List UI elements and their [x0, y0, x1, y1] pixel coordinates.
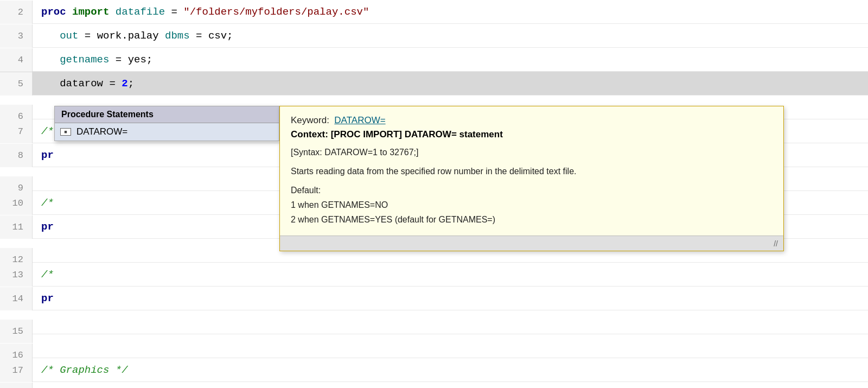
help-keyword-line: Keyword: DATAROW= [291, 115, 773, 126]
line-number: 8 [0, 144, 33, 167]
help-popup: Keyword: DATAROW= Context: [PROC IMPORT]… [279, 106, 784, 251]
line-content: /* Graphics */ [33, 358, 128, 381]
help-keyword-link[interactable]: DATAROW= [334, 115, 385, 125]
line-content [33, 239, 41, 262]
help-default-item-1: 2 when GETNAMES=YES (default for GETNAME… [291, 212, 773, 227]
line-content [33, 167, 41, 190]
code-line-13: 13/* [0, 263, 868, 287]
line-content: out = work.palay dbms = csv; [33, 24, 233, 47]
line-number: 18 [0, 383, 33, 389]
code-token: datafile [116, 6, 165, 18]
line-number: 11 [0, 215, 33, 239]
line-content: proc import datafile = "/folders/myfolde… [33, 0, 369, 23]
code-token: = [165, 6, 183, 18]
code-token: datarow = [41, 78, 122, 90]
line-content: /* Histogram of Abra */ [33, 382, 183, 388]
help-footer: // [280, 236, 783, 251]
code-line-2: 2proc import datafile = "/folders/myfold… [0, 0, 868, 24]
code-line-3: 3 out = work.palay dbms = csv; [0, 24, 868, 48]
line-content [33, 96, 41, 119]
line-number: 5 [0, 72, 33, 96]
line-number: 15 [0, 320, 33, 343]
code-token: = yes; [109, 54, 152, 66]
line-content: /* [33, 263, 54, 286]
resize-icon[interactable]: // [774, 239, 778, 248]
code-token: getnames [41, 54, 109, 66]
code-token: ; [128, 78, 134, 90]
code-token: "/folders/myfolders/palay.csv" [183, 6, 369, 18]
code-line-14: 14pr [0, 287, 868, 310]
line-content: datarow = 2; [33, 72, 134, 95]
code-token: /* [41, 197, 54, 209]
code-line-16: 16 [0, 334, 868, 358]
line-number: 17 [0, 359, 33, 382]
code-line-17: 17/* Graphics */ [0, 358, 868, 382]
line-content: getnames = yes; [33, 48, 152, 71]
help-content: Keyword: DATAROW= Context: [PROC IMPORT]… [280, 106, 783, 236]
code-token: import [72, 6, 116, 18]
code-line-15: 15 [0, 310, 868, 334]
code-line-4: 4 getnames = yes; [0, 48, 868, 72]
code-token: /* [41, 269, 54, 281]
line-content: pr [33, 143, 54, 167]
help-description: Starts reading data from the specified r… [291, 165, 773, 178]
code-token: pr [41, 221, 54, 233]
line-number: 13 [0, 263, 33, 287]
line-content: pr [33, 287, 54, 310]
line-content [33, 334, 41, 358]
code-token: proc [41, 6, 72, 18]
help-default-item-0: 1 when GETNAMES=NO [291, 198, 773, 212]
autocomplete-popup[interactable]: Procedure Statements ■ DATAROW= [54, 106, 279, 141]
line-content: pr [33, 215, 54, 238]
code-line-18: 18/* Histogram of Abra */ [0, 382, 868, 388]
line-number: 7 [0, 120, 33, 143]
line-number: 3 [0, 24, 33, 48]
line-number: 14 [0, 287, 33, 310]
help-default-label: Default: [291, 186, 773, 195]
line-content: /* [33, 191, 54, 214]
code-token: pr [41, 292, 54, 304]
help-syntax: [Syntax: DATAROW=1 to 32767;] [291, 148, 773, 157]
code-token: /* [41, 125, 54, 137]
line-number: 4 [0, 48, 33, 72]
autocomplete-header: Procedure Statements [55, 106, 279, 123]
help-context: Context: [PROC IMPORT] DATAROW= statemen… [291, 129, 773, 140]
autocomplete-item[interactable]: ■ DATAROW= [55, 123, 279, 141]
code-editor: 2proc import datafile = "/folders/myfold… [0, 0, 868, 388]
code-token: /* Graphics */ [41, 364, 128, 376]
code-token: = csv; [190, 30, 233, 42]
line-number: 2 [0, 1, 33, 24]
line-number: 10 [0, 192, 33, 215]
line-content: /* [33, 119, 54, 143]
code-token: out [41, 30, 78, 42]
code-token: dbms [165, 30, 190, 42]
code-line-5: 5 datarow = 2; [0, 72, 868, 96]
autocomplete-item-icon: ■ [60, 128, 71, 136]
help-keyword-label: Keyword: [291, 115, 329, 125]
code-token: 2 [122, 78, 127, 90]
code-token: pr [41, 149, 54, 161]
line-content [33, 310, 41, 334]
autocomplete-item-label: DATAROW= [76, 126, 127, 137]
code-token: = work.palay [78, 30, 165, 42]
